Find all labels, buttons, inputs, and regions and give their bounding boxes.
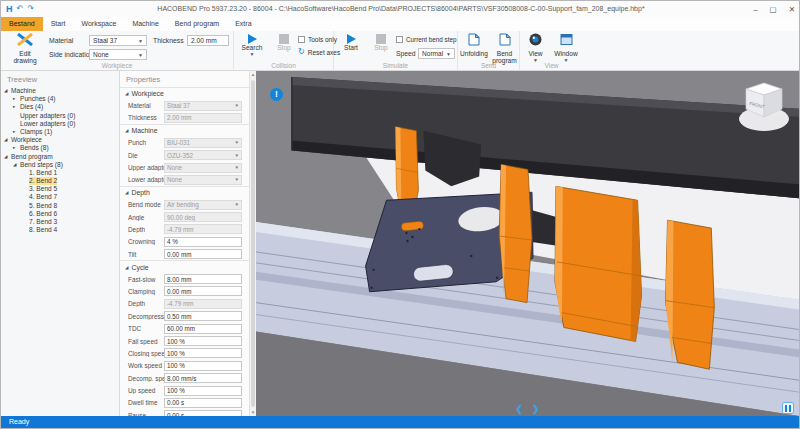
tree-item[interactable]: ◢ Bend program bbox=[1, 153, 119, 161]
property-value-field[interactable]: 90.00 deg▼ bbox=[164, 212, 242, 222]
pause-icon[interactable] bbox=[782, 402, 794, 414]
tree-item-label: Clamps (1) bbox=[20, 128, 52, 136]
window-icon bbox=[560, 32, 573, 50]
property-label: Up speed bbox=[120, 387, 164, 394]
property-value-field[interactable]: Staal 37▼ bbox=[164, 101, 242, 111]
redo-icon[interactable]: ↷ bbox=[27, 5, 34, 13]
maximize-button[interactable]: ▢ bbox=[770, 5, 777, 14]
tree-expand-icon[interactable]: ◢ bbox=[4, 153, 11, 161]
info-badge-icon[interactable]: ! bbox=[270, 88, 283, 101]
properties-scrollbar[interactable]: ▲ ▼ bbox=[249, 71, 256, 416]
property-value-field[interactable]: 0.00 mm▼ bbox=[164, 286, 242, 296]
tree-item[interactable]: 8. Bend 4 bbox=[1, 226, 119, 234]
tab-bend-program[interactable]: Bend program bbox=[167, 17, 227, 31]
material-select[interactable]: Staal 37▼ bbox=[89, 35, 147, 46]
checkbox-icon[interactable] bbox=[396, 36, 403, 43]
tree-item-label: Dies (4) bbox=[20, 103, 43, 111]
property-row: ◢ Decomp. speed 8.00 mm/s▼ bbox=[120, 372, 249, 384]
close-button[interactable]: ✕ bbox=[789, 5, 795, 14]
tree-item[interactable]: 6. Bend 6 bbox=[1, 210, 119, 218]
simulate-start-button[interactable]: Start bbox=[336, 32, 366, 63]
tree-item[interactable]: 4. Bend 7 bbox=[1, 193, 119, 201]
tree-item[interactable]: 7. Bend 3 bbox=[1, 218, 119, 226]
property-value-field[interactable]: 100 %▼ bbox=[164, 386, 242, 396]
property-value-field[interactable]: None▼ bbox=[164, 163, 242, 173]
section-collapse-icon[interactable]: ◢ bbox=[125, 190, 128, 195]
next-step-icon[interactable]: ❯ bbox=[532, 404, 540, 414]
scrollbar-thumb[interactable] bbox=[251, 80, 255, 407]
property-value-field[interactable]: -4.79 mm▼ bbox=[164, 224, 242, 234]
tree-expand-icon[interactable]: ◢ bbox=[4, 136, 11, 144]
checkbox-icon[interactable] bbox=[298, 36, 305, 43]
property-row: ◢ Tilt 0.00 mm▼ bbox=[120, 248, 249, 260]
property-value-field[interactable]: None▼ bbox=[164, 175, 242, 185]
property-value-field[interactable]: 8.00 mm/s▼ bbox=[164, 373, 242, 383]
tab-extra[interactable]: Extra bbox=[227, 17, 259, 31]
property-value-field[interactable]: 100 %▼ bbox=[164, 361, 242, 371]
tree-item[interactable]: 1. Bend 1 bbox=[1, 169, 119, 177]
window-button[interactable]: Window ▼ bbox=[551, 32, 581, 63]
property-value-field[interactable]: 0.00 mm▼ bbox=[164, 249, 242, 259]
tree-expand-icon[interactable]: ▸ bbox=[13, 95, 20, 103]
tree-item[interactable]: ▸ Punches (4) bbox=[1, 95, 119, 103]
previous-step-icon[interactable]: ❮ bbox=[515, 404, 523, 414]
property-value-field[interactable]: Air bending▼ bbox=[164, 200, 242, 210]
tools-only-checkbox[interactable]: Tools only bbox=[298, 36, 337, 43]
tree-item[interactable]: ▸ Dies (4) bbox=[1, 103, 119, 111]
tree-expand-icon[interactable]: ◢ bbox=[4, 87, 11, 95]
undo-icon[interactable]: ↶ bbox=[17, 5, 24, 13]
property-value-field[interactable]: 0.50 mm▼ bbox=[164, 311, 242, 321]
property-value-field[interactable]: 8.00 mm▼ bbox=[164, 274, 242, 284]
property-value-field[interactable]: 0.00 s▼ bbox=[164, 398, 242, 408]
tab-start[interactable]: Start bbox=[43, 17, 74, 31]
tree-item[interactable]: Upper adapters (0) bbox=[1, 112, 119, 120]
punch-3[interactable] bbox=[555, 186, 642, 341]
edit-drawing-button[interactable]: Edit drawing bbox=[4, 32, 46, 63]
tree-expand-icon[interactable]: ◢ bbox=[13, 161, 20, 169]
tab-machine[interactable]: Machine bbox=[124, 17, 166, 31]
3d-viewport[interactable]: ! FRONT ❮ ❯ bbox=[256, 71, 799, 416]
property-value-field[interactable]: 100 %▼ bbox=[164, 348, 242, 358]
haco-logo-icon[interactable]: H bbox=[6, 4, 13, 14]
section-collapse-icon[interactable]: ◢ bbox=[125, 265, 128, 270]
property-value-field[interactable]: OZU-352▼ bbox=[164, 150, 242, 160]
property-row: ◢ Thickness 2.00 mm▼ bbox=[120, 112, 249, 124]
bend-program-button[interactable]: Bend program bbox=[490, 32, 519, 63]
thickness-input[interactable]: 2.00 mm bbox=[187, 35, 229, 46]
tree-expand-icon[interactable]: ▸ bbox=[13, 144, 20, 152]
view-button[interactable]: View ▼ bbox=[522, 32, 549, 63]
section-collapse-icon[interactable]: ◢ bbox=[125, 91, 128, 96]
property-value-field[interactable]: 2.00 mm▼ bbox=[164, 113, 242, 123]
tab-bestand[interactable]: Bestand bbox=[1, 17, 43, 31]
tree-item[interactable]: 2. Bend 2 bbox=[1, 177, 119, 185]
tree-item[interactable]: ◢ Machine bbox=[1, 87, 119, 95]
chevron-down-icon: ▼ bbox=[250, 52, 255, 57]
current-bend-step-checkbox[interactable]: Current bend step bbox=[396, 36, 456, 43]
view-cube[interactable]: FRONT bbox=[737, 74, 791, 138]
tree-expand-icon[interactable]: ▸ bbox=[13, 103, 20, 111]
unfolding-button[interactable]: Unfolding bbox=[459, 32, 489, 63]
property-row: ◢ Upper adapter None▼ bbox=[120, 161, 249, 173]
tree-item[interactable]: ◢ Workpiece bbox=[1, 136, 119, 144]
section-collapse-icon[interactable]: ◢ bbox=[125, 128, 128, 133]
tree-item[interactable]: 5. Bend 8 bbox=[1, 202, 119, 210]
collision-search-button[interactable]: Search ▼ bbox=[236, 32, 268, 63]
tree-item[interactable]: 3. Bend 5 bbox=[1, 185, 119, 193]
property-value-field[interactable]: 4 %▼ bbox=[164, 237, 242, 247]
property-row: ◢ Closing speed 100 %▼ bbox=[120, 347, 249, 359]
property-value-field[interactable]: -4.79 mm▼ bbox=[164, 299, 242, 309]
property-value-field[interactable]: BIU-031▼ bbox=[164, 138, 242, 148]
tab-workspace[interactable]: Workspace bbox=[73, 17, 124, 31]
tree-item[interactable]: ▸ Clamps (1) bbox=[1, 128, 119, 136]
property-value-field[interactable]: 60.00 mm▼ bbox=[164, 324, 242, 334]
punch-2[interactable] bbox=[499, 164, 532, 302]
speed-select[interactable]: Normal▼ bbox=[418, 48, 455, 59]
side-indication-select[interactable]: None▼ bbox=[89, 49, 147, 60]
minimize-button[interactable]: – bbox=[753, 5, 757, 14]
tree-item[interactable]: ◢ Bend steps (8) bbox=[1, 161, 119, 169]
tree-item-label: Punches (4) bbox=[20, 95, 56, 103]
tree-item[interactable]: Lower adapters (0) bbox=[1, 120, 119, 128]
property-value-field[interactable]: 100 %▼ bbox=[164, 336, 242, 346]
tree-expand-icon[interactable]: ▸ bbox=[13, 128, 20, 136]
tree-item[interactable]: ▸ Bends (8) bbox=[1, 144, 119, 152]
